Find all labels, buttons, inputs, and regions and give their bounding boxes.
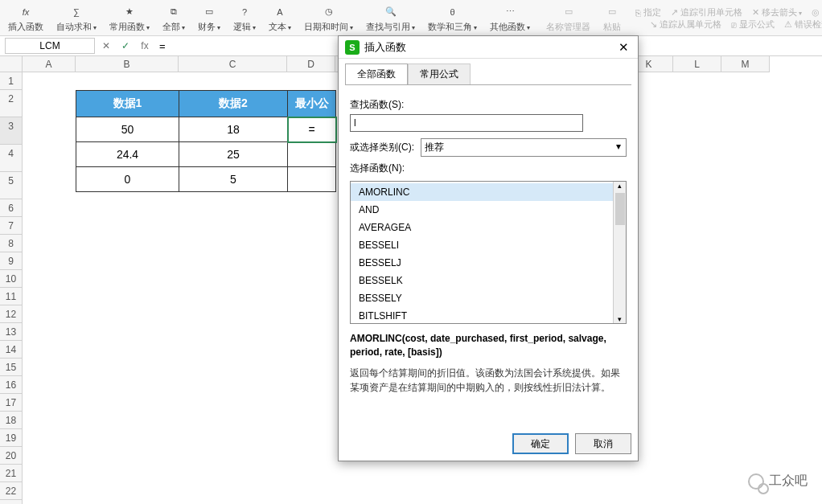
datetime-button[interactable]: ◷日期和时间 bbox=[298, 2, 360, 35]
cell-c4[interactable]: 25 bbox=[179, 142, 288, 167]
dialog-buttons: 确定 取消 bbox=[339, 427, 638, 461]
insert-function-button[interactable]: fx插入函数 bbox=[2, 2, 50, 35]
col-header-L[interactable]: L bbox=[673, 56, 721, 72]
star-icon: ★ bbox=[125, 5, 134, 19]
function-item-averagea[interactable]: AVERAGEA bbox=[351, 219, 613, 236]
cell-c3[interactable]: 18 bbox=[179, 117, 288, 142]
function-list: AMORLINCANDAVERAGEABESSELIBESSELJBESSELK… bbox=[350, 181, 627, 324]
a-icon: A bbox=[277, 5, 282, 19]
cell-d4[interactable] bbox=[288, 142, 336, 167]
row-header-17[interactable]: 17 bbox=[0, 394, 23, 412]
math-button[interactable]: θ数学和三角 bbox=[421, 2, 483, 35]
row-header-21[interactable]: 21 bbox=[0, 465, 23, 482]
cell-b5[interactable]: 0 bbox=[76, 167, 179, 192]
formula-eval-button[interactable]: ◎ 公式求值 bbox=[807, 6, 822, 18]
row-header-9[interactable]: 9 bbox=[0, 252, 23, 270]
function-item-bitlshift[interactable]: BITLSHIFT bbox=[351, 307, 613, 323]
function-item-bessely[interactable]: BESSELY bbox=[351, 289, 613, 307]
theta-icon: θ bbox=[450, 5, 454, 19]
calc-icon: ▭ bbox=[205, 5, 213, 19]
row-header-8[interactable]: 8 bbox=[0, 235, 23, 252]
row-header-10[interactable]: 10 bbox=[0, 270, 23, 288]
all-fn-button[interactable]: ⧉全部 bbox=[156, 2, 191, 35]
search-function-input[interactable] bbox=[350, 114, 583, 132]
wechat-icon bbox=[748, 473, 764, 490]
cancel-button[interactable]: 取消 bbox=[575, 433, 631, 454]
row-header-4[interactable]: 4 bbox=[0, 145, 23, 172]
row-header-18[interactable]: 18 bbox=[0, 412, 23, 429]
row-header-23[interactable]: 23 bbox=[0, 500, 23, 504]
function-item-and[interactable]: AND bbox=[351, 201, 613, 219]
question-icon: ? bbox=[242, 5, 247, 19]
function-item-besselj[interactable]: BESSELJ bbox=[351, 254, 613, 272]
row-header-12[interactable]: 12 bbox=[0, 305, 23, 323]
search-icon: 🔍 bbox=[385, 5, 397, 19]
row-header-20[interactable]: 20 bbox=[0, 447, 23, 465]
tab-common-formulas[interactable]: 常用公式 bbox=[408, 64, 471, 84]
ok-button[interactable]: 确定 bbox=[512, 433, 569, 454]
scrollbar[interactable] bbox=[613, 182, 626, 323]
row-header-15[interactable]: 15 bbox=[0, 359, 23, 376]
col-header-D[interactable]: D bbox=[287, 56, 335, 72]
eval-icon: ◎ bbox=[812, 7, 820, 18]
fx-bar-icon[interactable]: fx bbox=[135, 40, 154, 51]
cell-d3-editing[interactable]: = bbox=[288, 117, 336, 142]
dialog-titlebar[interactable]: S 插入函数 ✕ bbox=[339, 36, 638, 59]
row-header-3[interactable]: 3 bbox=[0, 117, 23, 145]
lookup-button[interactable]: 🔍查找与引用 bbox=[360, 2, 421, 35]
scrollbar-thumb[interactable] bbox=[615, 193, 625, 225]
row-header-5[interactable]: 5 bbox=[0, 172, 23, 199]
confirm-edit-icon[interactable]: ✓ bbox=[116, 40, 135, 51]
error-check-button[interactable]: ⚠ 错误检查 bbox=[779, 18, 822, 31]
paste-name-button[interactable]: ▭粘贴 bbox=[597, 2, 627, 35]
col-header-M[interactable]: M bbox=[721, 56, 770, 72]
col-header-C[interactable]: C bbox=[179, 56, 287, 72]
clock-icon: ◷ bbox=[325, 5, 333, 19]
tab-all-functions[interactable]: 全部函数 bbox=[345, 64, 408, 84]
insert-function-dialog: S 插入函数 ✕ 全部函数 常用公式 查找函数(S): 或选择类别(C): 推荐… bbox=[338, 35, 639, 461]
row-header-19[interactable]: 19 bbox=[0, 429, 23, 447]
function-item-besseli[interactable]: BESSELI bbox=[351, 236, 613, 254]
row-header-22[interactable]: 22 bbox=[0, 482, 23, 500]
search-label: 查找函数(S): bbox=[350, 98, 627, 112]
trace-dependents-button[interactable]: ↘ 追踪从属单元格 bbox=[645, 18, 726, 31]
category-select[interactable]: 推荐 bbox=[421, 138, 627, 157]
row-header-2[interactable]: 2 bbox=[0, 90, 23, 117]
function-signature: AMORLINC(cost, date_purchased, first_per… bbox=[350, 332, 627, 359]
text-button[interactable]: A文本 bbox=[262, 2, 298, 35]
autosum-button[interactable]: ∑自动求和 bbox=[50, 2, 103, 35]
show-formula-button[interactable]: ⎚ 显示公式 bbox=[726, 18, 779, 31]
row-header-14[interactable]: 14 bbox=[0, 341, 23, 359]
col-header-A[interactable]: A bbox=[23, 56, 76, 72]
other-fn-button[interactable]: ⋯其他函数 bbox=[483, 2, 536, 35]
name-manager-button[interactable]: ▭名称管理器 bbox=[540, 2, 597, 35]
close-icon[interactable]: ✕ bbox=[615, 40, 631, 55]
category-label: 或选择类别(C): bbox=[350, 141, 414, 154]
dots-icon: ⋯ bbox=[506, 5, 515, 19]
function-item-besselk[interactable]: BESSELK bbox=[351, 272, 613, 289]
col-header-B[interactable]: B bbox=[76, 56, 179, 72]
select-all-corner[interactable] bbox=[0, 56, 23, 72]
row-header-6[interactable]: 6 bbox=[0, 199, 23, 217]
logic-button[interactable]: ?逻辑 bbox=[227, 2, 262, 35]
fx-icon: fx bbox=[23, 5, 30, 19]
cell-b4[interactable]: 24.4 bbox=[76, 142, 179, 167]
row-header-11[interactable]: 11 bbox=[0, 288, 23, 305]
cancel-edit-icon[interactable]: ✕ bbox=[97, 40, 116, 51]
row-header-7[interactable]: 7 bbox=[0, 217, 23, 235]
cell-c5[interactable]: 5 bbox=[179, 167, 288, 192]
table-row: 0 5 bbox=[76, 167, 336, 192]
assign-name-button[interactable]: ⎘ 指定 bbox=[631, 6, 666, 18]
cell-b3[interactable]: 50 bbox=[76, 117, 179, 142]
data-table: 数据1 数据2 最小公 50 18 = 24.4 25 0 5 bbox=[76, 90, 336, 192]
function-item-amorlinc[interactable]: AMORLINC bbox=[351, 183, 613, 201]
row-header-13[interactable]: 13 bbox=[0, 323, 23, 341]
row-header-16[interactable]: 16 bbox=[0, 376, 23, 394]
finance-button[interactable]: ▭财务 bbox=[191, 2, 227, 35]
name-box[interactable]: LCM bbox=[5, 38, 95, 54]
remove-arrows-button[interactable]: ✕ 移去箭头 bbox=[747, 6, 807, 18]
cell-d5[interactable] bbox=[288, 167, 336, 192]
trace-precedents-button[interactable]: ↗ 追踪引用单元格 bbox=[666, 6, 747, 18]
common-fn-button[interactable]: ★常用函数 bbox=[103, 2, 156, 35]
row-header-1[interactable]: 1 bbox=[0, 72, 23, 90]
